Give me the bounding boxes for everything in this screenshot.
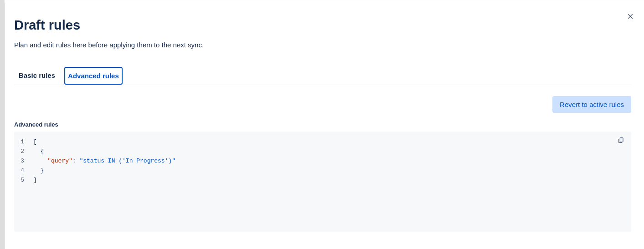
copy-button[interactable] <box>617 136 626 145</box>
svg-rect-2 <box>620 137 623 142</box>
code-line[interactable]: 4 } <box>19 166 627 175</box>
tab-basic-rules[interactable]: Basic rules <box>14 67 60 85</box>
actions-row: Revert to active rules <box>14 85 631 121</box>
page-title: Draft rules <box>14 18 631 33</box>
line-number: 2 <box>19 147 33 156</box>
line-content[interactable]: ] <box>33 175 37 185</box>
code-line[interactable]: 5] <box>19 175 627 185</box>
tabs: Basic rules Advanced rules <box>14 67 631 85</box>
revert-button[interactable]: Revert to active rules <box>552 96 631 113</box>
draft-rules-modal: Draft rules Plan and edit rules here bef… <box>5 3 644 249</box>
page-subtitle: Plan and edit rules here before applying… <box>14 41 631 49</box>
tab-advanced-rules[interactable]: Advanced rules <box>64 67 123 85</box>
code-lines[interactable]: 1[2 {3 "query": "status IN ('In Progress… <box>19 137 627 185</box>
line-number: 3 <box>19 156 33 166</box>
code-line[interactable]: 3 "query": "status IN ('In Progress')" <box>19 156 627 166</box>
editor-label: Advanced rules <box>14 121 631 128</box>
clipboard-icon <box>618 137 625 145</box>
line-content[interactable]: "query": "status IN ('In Progress')" <box>33 156 175 166</box>
close-icon <box>627 13 634 21</box>
code-line[interactable]: 2 { <box>19 147 627 156</box>
line-content[interactable]: } <box>33 166 44 175</box>
line-number: 5 <box>19 175 33 185</box>
code-line[interactable]: 1[ <box>19 137 627 147</box>
line-number: 1 <box>19 137 33 147</box>
close-button[interactable] <box>625 11 636 22</box>
line-number: 4 <box>19 166 33 175</box>
line-content[interactable]: [ <box>33 137 37 147</box>
code-editor[interactable]: 1[2 {3 "query": "status IN ('In Progress… <box>14 132 631 232</box>
backdrop <box>0 0 5 249</box>
line-content[interactable]: { <box>33 147 44 156</box>
